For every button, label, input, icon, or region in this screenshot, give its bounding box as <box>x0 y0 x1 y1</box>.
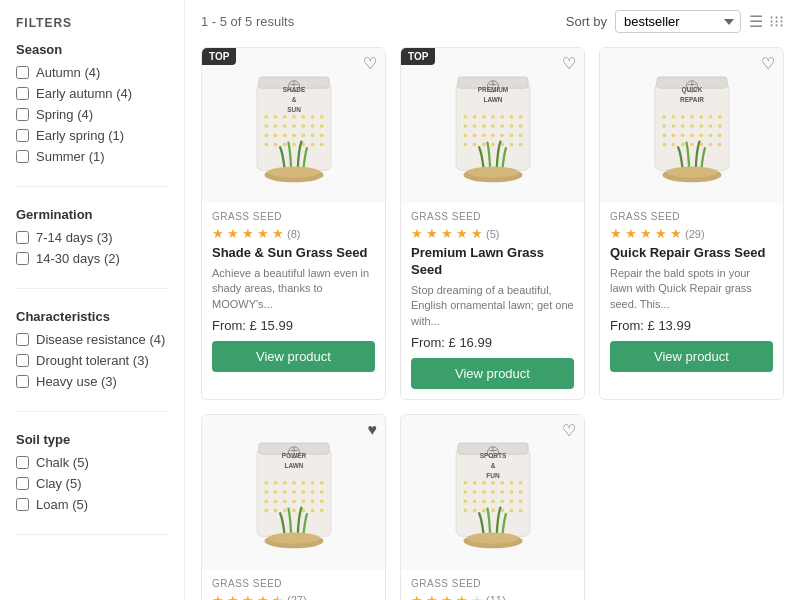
wishlist-button[interactable]: ♥ <box>368 421 378 439</box>
star-filled: ★ <box>257 593 269 600</box>
svg-text:SHADE: SHADE <box>282 85 305 92</box>
filter-section-title-germination: Germination <box>16 207 168 222</box>
main-content: 1 - 5 of 5 results Sort by bestsellerpri… <box>185 0 800 600</box>
svg-point-17 <box>282 124 286 128</box>
svg-point-183 <box>509 509 513 513</box>
svg-point-100 <box>699 133 703 137</box>
svg-point-53 <box>472 124 476 128</box>
svg-point-138 <box>310 500 314 504</box>
svg-point-173 <box>481 500 485 504</box>
filter-item[interactable]: Early autumn (4) <box>16 86 168 101</box>
svg-point-135 <box>282 500 286 504</box>
review-count: (8) <box>287 228 300 240</box>
svg-point-142 <box>282 509 286 513</box>
top-badge: TOP <box>401 48 435 65</box>
filter-label: Loam (5) <box>36 497 88 512</box>
view-product-button[interactable]: View product <box>212 341 375 372</box>
filter-checkbox[interactable] <box>16 375 29 388</box>
svg-point-61 <box>481 133 485 137</box>
svg-point-9 <box>273 114 277 118</box>
svg-point-83 <box>671 114 675 118</box>
svg-point-133 <box>264 500 268 504</box>
svg-text:PREMIUM: PREMIUM <box>477 85 507 92</box>
svg-point-122 <box>292 481 296 485</box>
product-price: From: £ 15.99 <box>212 318 375 333</box>
filter-checkbox[interactable] <box>16 66 29 79</box>
svg-point-106 <box>690 142 694 146</box>
product-name: Premium Lawn Grass Seed <box>411 245 574 279</box>
filter-item[interactable]: 14-30 days (2) <box>16 251 168 266</box>
svg-text:&: & <box>490 462 495 469</box>
filter-checkbox[interactable] <box>16 129 29 142</box>
svg-point-139 <box>319 500 323 504</box>
filter-item[interactable]: Spring (4) <box>16 107 168 122</box>
svg-point-143 <box>292 509 296 513</box>
filter-item[interactable]: Early spring (1) <box>16 128 168 143</box>
filter-item[interactable]: Autumn (4) <box>16 65 168 80</box>
star-half: ★★ <box>272 593 284 600</box>
grid-view-icon[interactable]: ⁝⁝⁝ <box>769 12 784 31</box>
svg-point-46 <box>472 114 476 118</box>
filter-checkbox[interactable] <box>16 231 29 244</box>
filter-label: 7-14 days (3) <box>36 230 113 245</box>
svg-point-60 <box>472 133 476 137</box>
filter-item[interactable]: 7-14 days (3) <box>16 230 168 245</box>
svg-point-57 <box>509 124 513 128</box>
top-badge: TOP <box>202 48 236 65</box>
wishlist-button[interactable]: ♡ <box>363 54 377 73</box>
filter-checkbox[interactable] <box>16 150 29 163</box>
view-product-button[interactable]: View product <box>411 358 574 389</box>
filter-section-germination: Germination7-14 days (3)14-30 days (2) <box>16 207 168 289</box>
filter-item[interactable]: Summer (1) <box>16 149 168 164</box>
svg-point-167 <box>491 491 495 495</box>
star-filled: ★ <box>242 226 254 241</box>
svg-point-108 <box>708 142 712 146</box>
filter-item[interactable]: Chalk (5) <box>16 455 168 470</box>
star-filled: ★ <box>640 226 652 241</box>
filter-item[interactable]: Clay (5) <box>16 476 168 491</box>
filter-label: Disease resistance (4) <box>36 332 165 347</box>
filter-checkbox[interactable] <box>16 456 29 469</box>
svg-point-157 <box>463 481 467 485</box>
svg-point-168 <box>500 491 504 495</box>
filter-item[interactable]: Heavy use (3) <box>16 374 168 389</box>
product-description: Repair the bald spots in your lawn with … <box>610 266 773 312</box>
wishlist-button[interactable]: ♡ <box>562 421 576 440</box>
product-info: GRASS SEED★★★★★(5)Premium Lawn Grass See… <box>401 203 584 399</box>
svg-point-128 <box>282 491 286 495</box>
wishlist-button[interactable]: ♡ <box>562 54 576 73</box>
wishlist-button[interactable]: ♡ <box>761 54 775 73</box>
product-grid-top: TOP♡ SHADE&SUN GRASS SEED★★★★★(8)Shade &… <box>201 47 784 400</box>
svg-point-145 <box>310 509 314 513</box>
svg-point-119 <box>264 481 268 485</box>
sort-select[interactable]: bestsellerprice low to highprice high to… <box>615 10 741 33</box>
filter-checkbox[interactable] <box>16 354 29 367</box>
svg-point-71 <box>509 142 513 146</box>
svg-point-89 <box>662 124 666 128</box>
svg-point-98 <box>680 133 684 137</box>
star-filled: ★ <box>670 226 682 241</box>
svg-point-10 <box>282 114 286 118</box>
svg-text:SPORTS: SPORTS <box>479 452 506 459</box>
star-rating: ★★★★★(5) <box>411 226 574 241</box>
filter-checkbox[interactable] <box>16 87 29 100</box>
filter-item[interactable]: Disease resistance (4) <box>16 332 168 347</box>
filter-checkbox[interactable] <box>16 252 29 265</box>
results-count: 1 - 5 of 5 results <box>201 14 294 29</box>
review-count: (11) <box>486 594 506 600</box>
filter-item[interactable]: Drought tolerant (3) <box>16 353 168 368</box>
list-view-icon[interactable]: ☰ <box>749 12 763 31</box>
view-product-button[interactable]: View product <box>610 341 773 372</box>
svg-point-161 <box>500 481 504 485</box>
product-description: Stop dreaming of a beautiful, English or… <box>411 283 574 329</box>
sort-area: Sort by bestsellerprice low to highprice… <box>566 10 784 33</box>
svg-point-55 <box>491 124 495 128</box>
filter-item[interactable]: Loam (5) <box>16 497 168 512</box>
svg-point-35 <box>319 142 323 146</box>
filter-checkbox[interactable] <box>16 477 29 490</box>
svg-point-88 <box>717 114 721 118</box>
svg-point-13 <box>310 114 314 118</box>
filter-checkbox[interactable] <box>16 108 29 121</box>
filter-checkbox[interactable] <box>16 498 29 511</box>
filter-checkbox[interactable] <box>16 333 29 346</box>
